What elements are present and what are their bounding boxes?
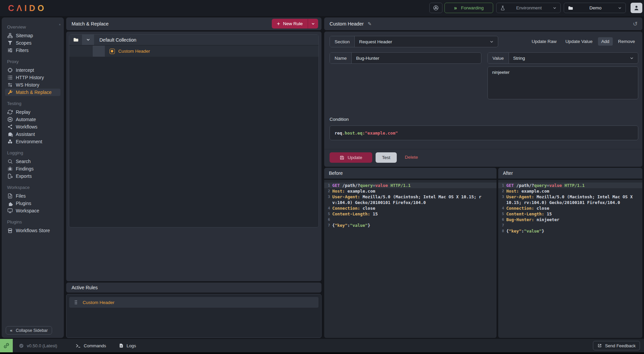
folder-icon <box>568 5 573 11</box>
environment-dropdown[interactable]: Environment <box>496 3 561 13</box>
condition-input[interactable]: req.host.eq:"example.com" <box>330 125 638 140</box>
external-link-icon <box>597 343 602 348</box>
strategy-update-value[interactable]: Update Value <box>562 37 596 46</box>
condition-label: Condition <box>330 117 349 122</box>
sidebar-item-label: Sitemap <box>16 33 33 38</box>
value-textarea[interactable]: ninjeeter <box>487 66 638 99</box>
rule-enabled-checkbox[interactable] <box>110 49 115 54</box>
test-button[interactable]: Test <box>376 152 397 163</box>
sidebar-item-replay[interactable]: Replay <box>5 108 60 116</box>
strategy-update-raw[interactable]: Update Raw <box>528 37 560 46</box>
value-type: String <box>509 53 630 63</box>
line-number: 7 <box>324 222 332 228</box>
sidebar-item-intercept[interactable]: Intercept <box>5 66 60 74</box>
active-rules-header: Active Rules <box>66 283 321 293</box>
sidebar-item-workspace[interactable]: Workspace <box>5 207 60 214</box>
line-number: 5 <box>498 211 506 217</box>
sidebar-item-automate[interactable]: Automate <box>5 116 60 123</box>
send-feedback-button[interactable]: Send Feedback <box>593 341 640 350</box>
collapse-label: Collapse Sidebar <box>16 328 48 333</box>
form-separator <box>324 149 642 149</box>
browser-button[interactable] <box>429 3 442 13</box>
indent-spacer <box>82 46 93 57</box>
chevron-down-icon <box>618 6 622 10</box>
environment-icon <box>7 139 13 144</box>
sidebar-item-files[interactable]: Files <box>5 192 60 200</box>
sidebar-item-workflows[interactable]: Workflows <box>5 123 60 131</box>
http-history-icon <box>7 75 13 80</box>
new-rule-main[interactable]: + New Rule <box>272 19 308 29</box>
files-icon <box>7 193 13 199</box>
logs-button[interactable]: Logs <box>119 343 136 348</box>
ws-history-icon <box>7 82 13 88</box>
edit-name-icon[interactable]: ✎ <box>368 21 372 27</box>
collection-expand-toggle[interactable] <box>82 35 94 45</box>
sidebar-item-findings[interactable]: Findings <box>5 165 60 172</box>
sidebar-item-workflows-store[interactable]: Workflows Store <box>5 227 60 234</box>
line-number: 1 <box>498 183 506 188</box>
project-dropdown[interactable]: Demo <box>564 3 626 13</box>
active-rule-item[interactable]: Custom Header <box>69 297 318 308</box>
sidebar-item-plugins[interactable]: Plugins <box>5 200 60 207</box>
sidebar-item-label: Assistant <box>16 132 35 137</box>
sidebar-item-match-replace[interactable]: Match & Replace <box>5 89 60 96</box>
name-label: Name <box>330 53 352 63</box>
folder-icon <box>69 35 82 45</box>
undo-icon[interactable]: ↺ <box>633 20 638 28</box>
save-icon <box>340 155 344 160</box>
check-circle-icon <box>19 343 24 348</box>
connection-status-button[interactable] <box>0 339 13 352</box>
collection-row[interactable]: Default Collection <box>69 35 318 46</box>
forwarding-label: Forwarding <box>461 5 484 10</box>
sidebar-item-environment[interactable]: Environment <box>5 138 60 145</box>
line-number: 2 <box>498 188 506 194</box>
sidebar-item-ws-history[interactable]: WS History <box>5 81 60 89</box>
rule-cell[interactable]: Custom Header <box>105 46 150 57</box>
line-number: 3 <box>324 194 332 205</box>
new-rule-button[interactable]: + New Rule <box>272 19 318 29</box>
sidebar-item-scopes[interactable]: Scopes <box>5 39 60 47</box>
sidebar-section-label: Overview <box>7 24 60 30</box>
strategy-add[interactable]: Add <box>598 37 613 46</box>
update-button[interactable]: Update <box>330 152 372 163</box>
workflows-icon <box>7 124 13 130</box>
sidebar-item-filters[interactable]: Filters <box>5 47 60 54</box>
indent-spacer <box>69 46 82 57</box>
sidebar-item-exports[interactable]: Exports <box>5 172 60 180</box>
version-status[interactable]: v0.50.0 (Latest) <box>19 343 57 348</box>
code-text: Host: example.com <box>506 188 642 194</box>
sidebar-item-sitemap[interactable]: Sitemap <box>5 32 60 39</box>
sidebar-section-label: Workspace <box>7 185 60 190</box>
before-code[interactable]: 1GET /path/?query=value HTTP/1.12Host: e… <box>324 180 497 338</box>
value-type-select[interactable]: Value String <box>487 52 638 64</box>
user-menu-button[interactable] <box>631 3 642 13</box>
sidebar-item-search[interactable]: Search <box>5 158 60 165</box>
sidebar: ▲ OverviewSitemapScopesFiltersProxyInter… <box>2 17 64 338</box>
browser-icon <box>433 5 439 11</box>
line-number: 8 <box>498 228 506 234</box>
strategy-remove[interactable]: Remove <box>615 37 638 46</box>
scroll-up-icon[interactable]: ▲ <box>58 23 61 26</box>
section-label: Section <box>330 36 355 47</box>
sidebar-section-label: Testing <box>7 101 60 106</box>
match-replace-icon <box>7 90 13 95</box>
drag-handle-icon[interactable] <box>74 300 78 305</box>
sidebar-item-label: Files <box>16 193 26 199</box>
caido-logo: CΛIDO <box>8 3 46 13</box>
collapse-sidebar-button[interactable]: « Collapse Sidebar <box>6 326 52 335</box>
after-code[interactable]: 1GET /path/?query=value HTTP/1.12Host: e… <box>498 180 642 338</box>
section-select[interactable]: Section Request Header <box>330 36 498 47</box>
name-field[interactable]: Name Bug-Hunter <box>330 52 481 64</box>
editor-header: Custom Header ✎ ↺ <box>324 17 642 30</box>
delete-button[interactable]: Delete <box>405 155 418 160</box>
before-panel: Before 1GET /path/?query=value HTTP/1.12… <box>324 168 497 338</box>
new-rule-dropdown[interactable] <box>308 19 318 29</box>
sidebar-item-http-history[interactable]: HTTP History <box>5 74 60 81</box>
rule-row[interactable]: Custom Header <box>69 46 318 57</box>
code-text: {"key":"value"} <box>506 228 642 234</box>
commands-button[interactable]: Commands <box>76 343 106 348</box>
rule-name: Custom Header <box>118 49 150 54</box>
forwarding-button[interactable]: » Forwarding <box>444 3 493 13</box>
user-icon <box>634 5 639 11</box>
sidebar-item-assistant[interactable]: Assistant <box>5 131 60 138</box>
